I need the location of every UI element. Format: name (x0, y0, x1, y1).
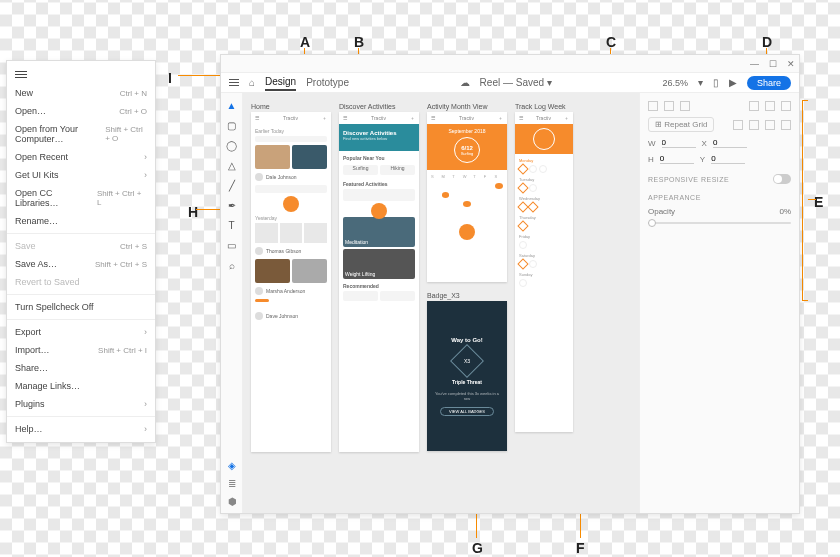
artboard-discover[interactable]: Discover Activities ☰Tractiv＋ Discover A… (339, 103, 419, 452)
section-label: Yesterday (255, 215, 327, 221)
callout-I: I (168, 70, 172, 86)
brand-label: Tractiv (283, 115, 298, 121)
responsive-label: RESPONSIVE RESIZE (648, 176, 729, 183)
appearance-label: APPEARANCE (648, 194, 791, 201)
artboard-label: Discover Activities (339, 103, 419, 110)
x-input[interactable] (713, 138, 747, 148)
artboard-label: Activity Month View (427, 103, 507, 110)
cloud-icon: ☁ (460, 77, 470, 88)
width-label: W (648, 139, 656, 148)
callout-F: F (576, 540, 585, 556)
menu-item[interactable]: Open from Your Computer…Shift + Ctrl + O (7, 120, 155, 148)
user-name: Dave Johnson (266, 313, 298, 319)
menu-item[interactable]: Help… (7, 420, 155, 438)
callout-E: E (814, 194, 823, 210)
height-input[interactable] (660, 154, 694, 164)
repeat-grid-button[interactable]: ⊞ Repeat Grid (648, 117, 714, 132)
artboard-label: Badge_X3 (427, 292, 507, 299)
callout-C: C (606, 34, 616, 50)
close-icon[interactable]: ✕ (787, 59, 795, 69)
menu-item[interactable]: Export (7, 323, 155, 341)
user-name: Dale Johnson (266, 174, 297, 180)
ellipse-tool-icon[interactable]: ◯ (226, 139, 238, 151)
artboard-track-log[interactable]: Track Log Week ☰Tractiv＋ Monday Tuesday … (515, 103, 573, 452)
menu-item[interactable]: Rename… (7, 212, 155, 230)
brand-label: Tractiv (459, 115, 474, 121)
artboard-home[interactable]: Home ☰Tractiv＋ Earlier Today Dale Johnso… (251, 103, 331, 452)
artboard-month-view[interactable]: Activity Month View ☰Tractiv＋ September … (427, 103, 507, 452)
rectangle-tool-icon[interactable]: ▢ (226, 119, 238, 131)
callout-A: A (300, 34, 310, 50)
user-name: Marsha Anderson (266, 288, 305, 294)
hamburger-icon[interactable] (7, 65, 155, 84)
document-status[interactable]: Reel — Saved ▾ (480, 77, 552, 88)
menu-item[interactable]: Get UI Kits (7, 166, 155, 184)
opacity-slider[interactable] (648, 222, 791, 224)
menu-item[interactable]: Open CC Libraries…Shift + Ctrl + L (7, 184, 155, 212)
zoom-tool-icon[interactable]: ⌕ (226, 259, 238, 271)
user-name: Thomas Gibson (266, 248, 301, 254)
y-input[interactable] (711, 154, 745, 164)
align-icons[interactable] (648, 101, 791, 111)
menu-item[interactable]: Turn Spellcheck Off (7, 298, 155, 316)
brand-label: Tractiv (536, 115, 551, 121)
xd-application-window: — ☐ ✕ ⌂ Design Prototype ☁ Reel — Saved … (220, 54, 800, 514)
callout-D: D (762, 34, 772, 50)
hamburger-icon[interactable] (229, 77, 239, 88)
callout-B: B (354, 34, 364, 50)
brand-label: Tractiv (371, 115, 386, 121)
month-label: September 2018 (431, 128, 503, 134)
section-label: Earlier Today (255, 128, 327, 134)
section-label: Popular Near You (343, 155, 415, 161)
play-icon[interactable]: ▶ (729, 77, 737, 88)
pen-tool-icon[interactable]: ✒ (226, 199, 238, 211)
y-label: Y (700, 155, 705, 164)
chevron-down-icon[interactable]: ▾ (698, 77, 703, 88)
design-canvas[interactable]: Home ☰Tractiv＋ Earlier Today Dale Johnso… (243, 93, 639, 513)
layers-panel-icon[interactable]: ≣ (226, 477, 238, 489)
top-toolbar: ⌂ Design Prototype ☁ Reel — Saved ▾ 26.5… (221, 73, 799, 93)
width-input[interactable] (662, 138, 696, 148)
boolean-ops-icons[interactable] (733, 120, 791, 130)
height-label: H (648, 155, 654, 164)
x-label: X (702, 139, 707, 148)
menu-item[interactable]: Open…Ctrl + O (7, 102, 155, 120)
section-label: Featured Activities (343, 181, 415, 187)
plugins-panel-icon[interactable]: ⬢ (226, 495, 238, 507)
zoom-value[interactable]: 26.5% (662, 78, 688, 88)
menu-item[interactable]: Import…Shift + Ctrl + I (7, 341, 155, 359)
menu-item[interactable]: NewCtrl + N (7, 84, 155, 102)
badge-subtitle: Triple Threat (452, 379, 482, 385)
share-button[interactable]: Share (747, 76, 791, 90)
line-tool-icon[interactable]: ╱ (226, 179, 238, 191)
callout-G: G (472, 540, 483, 556)
opacity-label: Opacity (648, 207, 675, 216)
properties-panel: ⊞ Repeat Grid W X H Y RESPONSIVE RESIZE … (639, 93, 799, 513)
home-icon[interactable]: ⌂ (249, 77, 255, 88)
opacity-value: 0% (779, 207, 791, 216)
menu-item[interactable]: Manage Links… (7, 377, 155, 395)
menu-item[interactable]: Share… (7, 359, 155, 377)
menu-item[interactable]: Open Recent (7, 148, 155, 166)
artboard-label: Track Log Week (515, 103, 573, 110)
main-menu: NewCtrl + NOpen…Ctrl + OOpen from Your C… (6, 60, 156, 443)
responsive-toggle[interactable] (773, 174, 791, 184)
artboard-tool-icon[interactable]: ▭ (226, 239, 238, 251)
menu-item[interactable]: SaveCtrl + S (7, 237, 155, 255)
window-titlebar: — ☐ ✕ (221, 55, 799, 73)
minimize-icon[interactable]: — (750, 59, 759, 69)
device-preview-icon[interactable]: ▯ (713, 77, 719, 88)
callout-H: H (188, 204, 198, 220)
assets-panel-icon[interactable]: ◈ (226, 459, 238, 471)
text-tool-icon[interactable]: T (226, 219, 238, 231)
maximize-icon[interactable]: ☐ (769, 59, 777, 69)
select-tool-icon[interactable]: ▲ (226, 99, 238, 111)
tab-prototype[interactable]: Prototype (306, 75, 349, 90)
badge-title: Way to Go! (451, 337, 482, 343)
tab-design[interactable]: Design (265, 74, 296, 91)
menu-item[interactable]: Revert to Saved (7, 273, 155, 291)
menu-item[interactable]: Plugins (7, 395, 155, 413)
polygon-tool-icon[interactable]: △ (226, 159, 238, 171)
menu-item[interactable]: Save As…Shift + Ctrl + S (7, 255, 155, 273)
artboard-label: Home (251, 103, 331, 110)
